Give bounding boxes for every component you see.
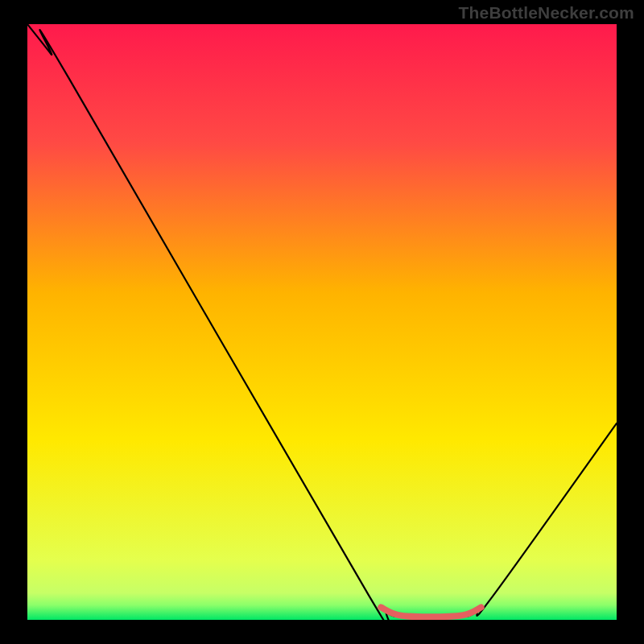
chart-container: TheBottleNecker.com xyxy=(0,0,644,644)
gradient-background xyxy=(27,24,617,620)
watermark-text: TheBottleNecker.com xyxy=(458,3,634,23)
plot-area xyxy=(27,24,617,620)
chart-svg xyxy=(27,24,617,620)
